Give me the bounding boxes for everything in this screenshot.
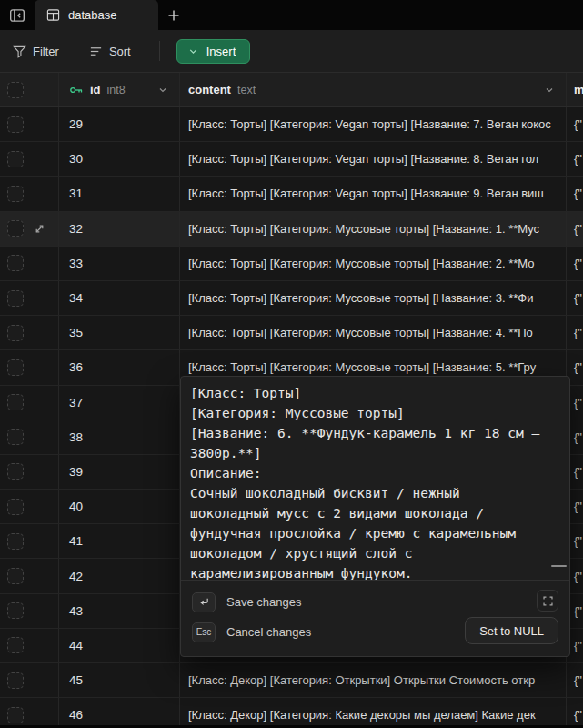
table-row[interactable]: 30 [Класс: Торты] [Категория: Vegan торт…	[0, 142, 583, 177]
cell-id[interactable]: 31	[59, 177, 180, 210]
collapse-sidebar-button[interactable]	[0, 0, 35, 30]
row-checkbox[interactable]	[7, 394, 24, 410]
row-select-cell	[0, 594, 59, 628]
cell-id[interactable]: 32	[59, 212, 180, 246]
column-type-id: int8	[107, 84, 126, 96]
cell-content[interactable]: [Класс: Торты] [Категория: Муссовые торт…	[180, 281, 567, 315]
cell-id[interactable]: 43	[59, 594, 180, 628]
new-tab-button[interactable]	[158, 0, 189, 30]
row-checkbox[interactable]	[7, 290, 24, 307]
cancel-changes-label: Cancel changes	[226, 625, 311, 639]
row-select-cell	[0, 455, 59, 489]
table-header: id int8 content text m	[0, 72, 583, 107]
row-select-cell	[0, 524, 59, 558]
filter-button[interactable]: Filter	[13, 45, 59, 58]
row-checkbox[interactable]	[7, 186, 24, 202]
cell-metadata[interactable]: {"	[567, 177, 583, 210]
cell-id[interactable]: 33	[59, 247, 180, 280]
cell-id[interactable]: 34	[59, 281, 180, 315]
cell-content[interactable]: [Класс: Торты] [Категория: Vegan торты] …	[180, 107, 567, 141]
row-checkbox[interactable]	[7, 325, 24, 341]
cell-id[interactable]: 40	[59, 490, 180, 523]
cell-metadata[interactable]: {"	[567, 142, 583, 176]
row-checkbox[interactable]	[7, 151, 24, 167]
cell-metadata[interactable]: {"	[567, 247, 583, 280]
cell-editor-textarea[interactable]: [Класс: Торты] [Категория: Муссовые торт…	[181, 377, 569, 580]
column-menu-content[interactable]	[544, 85, 555, 96]
cell-content[interactable]: [Класс: Декор] [Категория: Открытки] Отк…	[180, 663, 567, 697]
cell-content[interactable]: [Класс: Декор] [Категория: Какие декоры …	[180, 698, 567, 728]
table-row[interactable]: 32 [Класс: Торты] [Категория: Муссовые т…	[0, 212, 583, 247]
sort-button[interactable]: Sort	[89, 45, 131, 58]
insert-button[interactable]: Insert	[176, 39, 251, 64]
row-select-cell	[0, 629, 59, 662]
row-checkbox[interactable]	[7, 429, 24, 445]
cell-metadata[interactable]: {"	[567, 698, 583, 728]
row-checkbox[interactable]	[7, 463, 24, 480]
cell-metadata[interactable]: {"	[567, 663, 583, 697]
table-row[interactable]: 45 [Класс: Декор] [Категория: Открытки] …	[0, 663, 583, 698]
cell-id[interactable]: 45	[59, 663, 180, 697]
column-header-id[interactable]: id int8	[59, 73, 180, 106]
cell-id[interactable]: 38	[59, 420, 180, 454]
enter-key-icon	[192, 592, 216, 612]
cell-metadata[interactable]: {"	[567, 281, 583, 315]
row-checkbox[interactable]	[7, 533, 24, 550]
set-to-null-button[interactable]: Set to NULL	[465, 617, 558, 644]
table-row[interactable]: 33 [Класс: Торты] [Категория: Муссовые т…	[0, 247, 583, 281]
row-checkbox[interactable]	[7, 672, 24, 689]
resize-handle[interactable]	[551, 565, 567, 567]
cell-content[interactable]: [Класс: Торты] [Категория: Муссовые торт…	[180, 247, 567, 280]
save-changes-row[interactable]: Save changes	[192, 587, 558, 617]
row-checkbox[interactable]	[7, 116, 24, 133]
row-checkbox[interactable]	[7, 707, 24, 723]
cell-content[interactable]: [Класс: Торты] [Категория: Муссовые торт…	[180, 212, 567, 246]
tab-bar: database	[0, 0, 583, 30]
row-select-cell	[0, 316, 59, 349]
tab-database[interactable]: database	[35, 0, 158, 30]
chevron-down-icon	[157, 85, 168, 96]
table-icon	[46, 8, 60, 22]
cell-id[interactable]: 29	[59, 107, 180, 141]
table-row[interactable]: 31 [Класс: Торты] [Категория: Vegan торт…	[0, 177, 583, 211]
cell-id[interactable]: 46	[59, 698, 180, 728]
row-checkbox[interactable]	[7, 499, 24, 515]
cell-id[interactable]: 41	[59, 524, 180, 558]
row-checkbox[interactable]	[7, 359, 24, 376]
row-select-cell	[0, 107, 59, 141]
row-select-cell	[0, 281, 59, 315]
select-all-checkbox[interactable]	[7, 82, 24, 98]
expand-row-icon[interactable]	[33, 222, 46, 236]
chevron-down-icon	[187, 46, 199, 57]
cell-content[interactable]: [Класс: Торты] [Категория: Муссовые торт…	[180, 316, 567, 349]
row-checkbox[interactable]	[7, 568, 24, 584]
row-checkbox[interactable]	[7, 255, 24, 271]
row-checkbox[interactable]	[7, 602, 24, 619]
table-row[interactable]: 35 [Класс: Торты] [Категория: Муссовые т…	[0, 316, 583, 350]
table-row[interactable]: 29 [Класс: Торты] [Категория: Vegan торт…	[0, 107, 583, 142]
cell-editor-footer: Save changes Esc Cancel changes Set to N…	[181, 580, 569, 656]
cell-id[interactable]: 42	[59, 559, 180, 592]
cell-id[interactable]: 39	[59, 455, 180, 489]
table-row[interactable]: 34 [Класс: Торты] [Категория: Муссовые т…	[0, 281, 583, 316]
row-checkbox[interactable]	[7, 220, 24, 237]
column-menu-id[interactable]	[157, 85, 168, 96]
cell-id[interactable]: 36	[59, 350, 180, 384]
cell-id[interactable]: 35	[59, 316, 180, 349]
expand-editor-button[interactable]	[537, 590, 558, 612]
column-header-content[interactable]: content text	[180, 73, 567, 106]
cell-content[interactable]: [Класс: Торты] [Категория: Vegan торты] …	[180, 142, 567, 176]
table-row[interactable]: 46 [Класс: Декор] [Категория: Какие деко…	[0, 698, 583, 728]
row-select-cell	[0, 559, 59, 592]
cell-id[interactable]: 37	[59, 386, 180, 420]
cell-id[interactable]: 30	[59, 142, 180, 176]
cell-metadata[interactable]: {"	[567, 107, 583, 141]
cell-metadata[interactable]: {"	[567, 316, 583, 349]
row-select-cell	[0, 663, 59, 697]
cell-id[interactable]: 44	[59, 629, 180, 662]
row-select-cell	[0, 212, 59, 246]
row-checkbox[interactable]	[7, 637, 24, 653]
cell-content[interactable]: [Класс: Торты] [Категория: Vegan торты] …	[180, 177, 567, 210]
cell-metadata[interactable]: {"	[567, 212, 583, 246]
column-header-metadata[interactable]: m	[567, 73, 583, 106]
